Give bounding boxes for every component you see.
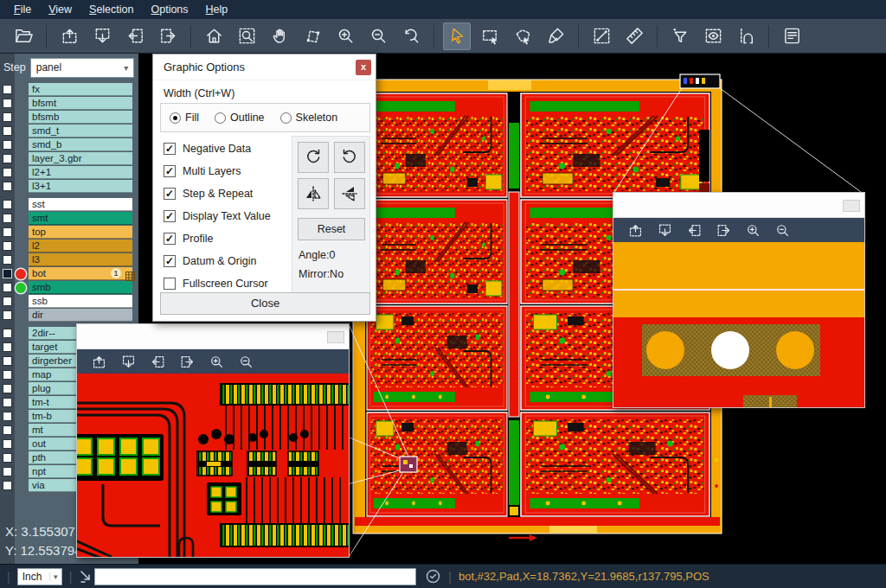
checkbox-icon[interactable]: ✓	[164, 143, 176, 155]
window-button[interactable]	[327, 331, 344, 343]
layer-visibility-checkbox[interactable]	[3, 370, 12, 380]
layer-row-dir[interactable]: dir	[0, 309, 138, 323]
layer-label[interactable]: bfsmt	[29, 97, 132, 110]
zoom-in-button[interactable]	[331, 22, 359, 50]
highlight-net-button[interactable]	[732, 22, 760, 50]
clear-brush-button[interactable]	[542, 22, 569, 50]
pan-right-button[interactable]	[176, 351, 198, 372]
option-display-text-value[interactable]: ✓Display Text Value	[164, 205, 289, 227]
layer-visibility-checkbox[interactable]	[3, 214, 12, 223]
home-view-button[interactable]	[200, 22, 228, 50]
zoom-previous-button[interactable]	[397, 22, 425, 50]
layer-label[interactable]: l3+1	[29, 180, 132, 193]
menu-file[interactable]: File	[5, 2, 40, 17]
menu-view[interactable]: View	[40, 2, 80, 17]
layer-visibility-checkbox[interactable]	[3, 154, 12, 163]
pan-up-button[interactable]	[624, 220, 646, 240]
layer-visibility-checkbox[interactable]	[3, 356, 12, 366]
layer-visibility-checkbox[interactable]	[3, 425, 12, 435]
option-datum-origin[interactable]: ✓Datum & Origin	[164, 250, 289, 272]
layer-row-smd_t[interactable]: smd_t	[0, 125, 138, 138]
layer-visibility-checkbox[interactable]	[3, 182, 12, 191]
menu-selection[interactable]: Selection	[80, 2, 142, 17]
select-rect-button[interactable]	[476, 22, 504, 50]
layer-visibility-checkbox[interactable]	[3, 99, 12, 108]
layer-label[interactable]: l3	[29, 253, 132, 266]
pan-down-button[interactable]	[88, 22, 116, 50]
pan-left-button[interactable]	[121, 22, 149, 50]
layer-row-ssb[interactable]: ssb	[0, 295, 138, 309]
layer-visibility-checkbox[interactable]	[3, 140, 12, 150]
layer-label[interactable]: smb	[29, 281, 132, 294]
unit-select[interactable]: Inch ▾	[17, 568, 62, 585]
layer-row-l2+1[interactable]: l2+1	[0, 166, 138, 180]
layer-visibility-checkbox[interactable]	[3, 297, 12, 306]
layer-row-top[interactable]: top	[0, 226, 138, 240]
layer-visibility-checkbox[interactable]	[3, 481, 12, 490]
pan-hand-button[interactable]	[266, 22, 293, 50]
layer-row-smt[interactable]: smt	[0, 212, 138, 226]
flip-horizontal-button[interactable]	[298, 178, 329, 209]
layer-visibility-checkbox[interactable]	[3, 283, 12, 292]
layer-visibility-checkbox[interactable]	[3, 241, 12, 251]
layer-visibility-checkbox[interactable]	[3, 329, 12, 338]
radio-circle-icon[interactable]	[215, 112, 226, 124]
close-icon[interactable]: x	[356, 60, 371, 75]
layer-row-smd_b[interactable]: smd_b	[0, 138, 138, 152]
sync-icon[interactable]	[425, 568, 441, 585]
checkbox-icon[interactable]: ✓	[164, 255, 176, 267]
layer-row-sst[interactable]: sst	[0, 198, 138, 212]
layer-row-bot[interactable]: bot1	[0, 267, 138, 281]
checkbox-icon[interactable]: ✓	[164, 165, 176, 177]
pan-down-button[interactable]	[653, 220, 676, 240]
select-cursor-button[interactable]	[443, 22, 471, 50]
layer-visibility-checkbox[interactable]	[3, 310, 12, 320]
radio-outline[interactable]: Outline	[215, 112, 272, 124]
layer-row-l3+1[interactable]: l3+1	[0, 180, 138, 194]
layer-visibility-checkbox[interactable]	[3, 398, 12, 407]
layer-label[interactable]: l2+1	[29, 166, 132, 179]
pan-right-button[interactable]	[154, 22, 182, 50]
layer-label[interactable]: smd_b	[29, 138, 132, 151]
close-button[interactable]: Close	[160, 292, 370, 315]
pan-down-button[interactable]	[117, 351, 139, 372]
layer-row-smb[interactable]: smb	[0, 281, 138, 295]
layer-visibility-checkbox[interactable]	[3, 227, 12, 237]
layer-label[interactable]: bfsmb	[29, 111, 132, 124]
layer-row-fx[interactable]: fx	[0, 83, 138, 97]
snap-corner-icon[interactable]	[79, 569, 94, 585]
rotate-cw-button[interactable]	[298, 142, 329, 173]
zoom-in-button[interactable]	[742, 220, 764, 240]
layer-visibility-checkbox[interactable]	[3, 126, 12, 136]
option-profile[interactable]: ✓Profile	[164, 227, 289, 250]
pan-left-button[interactable]	[683, 220, 705, 240]
zoom-out-button[interactable]	[364, 22, 392, 50]
radio-fill[interactable]: Fill	[170, 112, 206, 124]
menu-help[interactable]: Help	[197, 2, 237, 17]
layer-label[interactable]: dir	[29, 309, 132, 322]
zoom-out-button[interactable]	[771, 220, 793, 240]
pan-left-button[interactable]	[146, 351, 169, 372]
zoom-out-button[interactable]	[234, 351, 257, 372]
ruler-button[interactable]	[620, 22, 648, 50]
layer-label[interactable]: ssb	[29, 295, 132, 308]
dialog-title-bar[interactable]: Graphic Options x	[153, 54, 376, 80]
layer-visibility-checkbox[interactable]	[3, 112, 12, 122]
flip-vertical-button[interactable]	[334, 178, 365, 209]
pan-up-button[interactable]	[55, 22, 83, 50]
layer-visibility-checkbox[interactable]	[3, 439, 12, 449]
open-file-button[interactable]	[10, 22, 37, 50]
layer-label[interactable]: smt	[29, 212, 132, 225]
layer-visibility-checkbox[interactable]	[3, 269, 12, 278]
layer-visibility-checkbox[interactable]	[3, 85, 12, 94]
grid-icon[interactable]	[125, 269, 135, 278]
pan-up-button[interactable]	[87, 351, 110, 372]
layer-row-bfsmb[interactable]: bfsmb	[0, 111, 138, 125]
magnifier-content[interactable]	[77, 374, 349, 557]
layer-label[interactable]: fx	[29, 83, 132, 96]
layer-row-l3[interactable]: l3	[0, 253, 138, 267]
rotate-ccw-button[interactable]	[334, 142, 365, 173]
layer-visibility-checkbox[interactable]	[3, 200, 12, 209]
layer-row-bfsmt[interactable]: bfsmt	[0, 97, 138, 111]
view-options-button[interactable]	[699, 22, 727, 50]
